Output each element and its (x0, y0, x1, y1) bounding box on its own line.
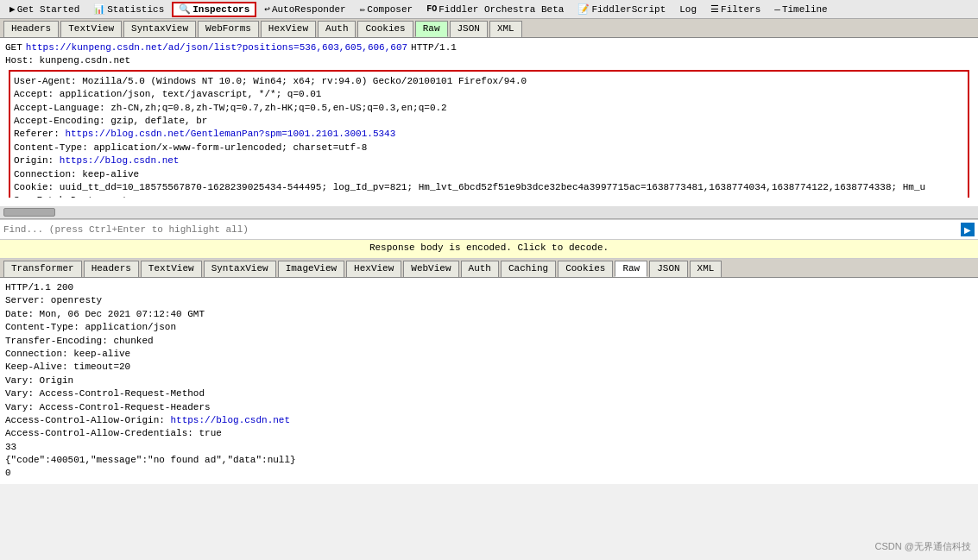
request-method: GET (5, 41, 22, 54)
tab-resp-auth[interactable]: Auth (461, 261, 499, 277)
resp-body-line2: {"code":400501,"message":"no found ad","… (5, 454, 973, 467)
find-bar: ▶ (0, 219, 978, 240)
tab-headers[interactable]: Headers (3, 21, 59, 37)
resp-header-transfer-encoding: Transfer-Encoding: chunked (5, 335, 973, 348)
request-headers-box: User-Agent: Mozilla/5.0 (Windows NT 10.0… (9, 70, 969, 198)
main-toolbar: ▶ Get Started 📊 Statistics 🔍 Inspectors … (0, 0, 978, 19)
response-panel: HTTP/1.1 200 Server: openresty Date: Mon… (0, 278, 978, 484)
header-origin: Origin: https://blog.csdn.net (14, 154, 964, 167)
autoresponder-icon: ↩ (264, 3, 270, 15)
timeline-icon: — (774, 4, 780, 15)
find-button[interactable]: ▶ (961, 223, 975, 236)
header-accept-language: Accept-Language: zh-CN,zh;q=0.8,zh-TW;q=… (14, 102, 964, 115)
request-tab-bar: Headers TextView SyntaxView WebForms Hex… (0, 19, 978, 38)
header-referer: Referer: https://blog.csdn.net/Gentleman… (14, 128, 964, 141)
resp-header-date: Date: Mon, 06 Dec 2021 07:12:40 GMT (5, 308, 973, 321)
tab-resp-cookies[interactable]: Cookies (558, 261, 613, 277)
referer-url[interactable]: https://blog.csdn.net/GentlemanPan?spm=1… (65, 129, 395, 139)
get-started-icon: ▶ (9, 3, 16, 15)
toolbar-timeline[interactable]: — Timeline (768, 2, 833, 17)
toolbar-composer[interactable]: ✏ Composer (354, 2, 419, 17)
tab-resp-transformer[interactable]: Transformer (3, 261, 82, 277)
header-cookie: Cookie: uuid_tt_dd=10_18575567870-162823… (14, 181, 964, 194)
tab-resp-webview[interactable]: WebView (403, 261, 458, 277)
header-sec-fetch-dest: Sec-Fetch-Dest: empty (14, 194, 964, 198)
request-url-line: GET https://kunpeng.csdn.net/ad/json/lis… (5, 41, 973, 54)
tab-resp-caching[interactable]: Caching (501, 261, 556, 277)
tab-resp-headers[interactable]: Headers (84, 261, 139, 277)
resp-header-access-control-allow-credentials: Access-Control-Allow-Credentials: true (5, 427, 973, 440)
response-tab-bar: Transformer Headers TextView SyntaxView … (0, 259, 978, 278)
resp-header-vary-headers: Vary: Access-Control-Request-Headers (5, 401, 973, 414)
tab-auth[interactable]: Auth (318, 21, 356, 37)
request-host: Host: kunpeng.csdn.net (5, 54, 973, 67)
toolbar-inspectors[interactable]: 🔍 Inspectors (172, 2, 256, 17)
request-panel: GET https://kunpeng.csdn.net/ad/json/lis… (0, 38, 978, 219)
response-content: HTTP/1.1 200 Server: openresty Date: Mon… (0, 278, 978, 484)
resp-body-line1: 33 (5, 441, 973, 454)
tab-resp-xml[interactable]: XML (690, 261, 722, 277)
toolbar-get-started[interactable]: ▶ Get Started (3, 2, 85, 17)
filters-icon: ☰ (710, 3, 719, 15)
tab-resp-textview[interactable]: TextView (141, 261, 202, 277)
tab-hexview[interactable]: HexView (261, 21, 316, 37)
toolbar-fiddlerscript[interactable]: 📝 FiddlerScript (571, 2, 672, 17)
resp-header-access-control-allow-origin: Access-Control-Allow-Origin: https://blo… (5, 414, 973, 427)
resp-header-connection: Connection: keep-alive (5, 348, 973, 361)
tab-webforms[interactable]: WebForms (198, 21, 259, 37)
toolbar-autoresponder[interactable]: ↩ AutoResponder (258, 2, 351, 17)
resp-header-vary-origin: Vary: Origin (5, 374, 973, 387)
statistics-icon: 📊 (93, 3, 105, 15)
tab-textview[interactable]: TextView (60, 21, 122, 37)
header-accept: Accept: application/json, text/javascrip… (14, 88, 964, 101)
request-content: GET https://kunpeng.csdn.net/ad/json/lis… (0, 38, 978, 198)
watermark: CSDN @无界通信科技 (875, 540, 971, 553)
resp-header-server: Server: openresty (5, 294, 973, 307)
tab-raw[interactable]: Raw (415, 21, 448, 37)
decode-bar[interactable]: Response body is encoded. Click to decod… (0, 240, 978, 259)
toolbar-filters[interactable]: ☰ Filters (704, 2, 767, 17)
fiddlerscript-icon: 📝 (577, 3, 590, 15)
response-status-line: HTTP/1.1 200 (5, 281, 973, 294)
header-user-agent: User-Agent: Mozilla/5.0 (Windows NT 10.0… (14, 75, 964, 88)
composer-icon: ✏ (360, 3, 366, 15)
inspectors-icon: 🔍 (179, 3, 191, 15)
tab-resp-json[interactable]: JSON (649, 261, 687, 277)
tab-resp-syntaxview[interactable]: SyntaxView (204, 261, 276, 277)
tab-resp-hexview[interactable]: HexView (346, 261, 401, 277)
tab-cookies[interactable]: Cookies (357, 21, 413, 37)
tab-syntaxview[interactable]: SyntaxView (123, 21, 196, 37)
resp-access-control-url[interactable]: https://blog.csdn.net (170, 415, 290, 425)
resp-body-line3: 0 (5, 467, 973, 480)
toolbar-fiddler-orchestra[interactable]: FO Fiddler Orchestra Beta (420, 2, 570, 17)
request-url[interactable]: https://kunpeng.csdn.net/ad/json/list?po… (26, 41, 407, 54)
resp-header-content-type: Content-Type: application/json (5, 321, 973, 334)
header-connection: Connection: keep-alive (14, 168, 964, 181)
tab-json[interactable]: JSON (450, 21, 488, 37)
request-horizontal-scrollbar[interactable] (0, 206, 978, 218)
scrollbar-thumb[interactable] (3, 208, 55, 217)
header-accept-encoding: Accept-Encoding: gzip, deflate, br (14, 115, 964, 128)
origin-url[interactable]: https://blog.csdn.net (60, 155, 180, 166)
resp-header-keep-alive: Keep-Alive: timeout=20 (5, 361, 973, 374)
fiddler-orchestra-icon: FO (426, 4, 437, 14)
find-input[interactable] (3, 224, 961, 235)
tab-xml[interactable]: XML (489, 21, 522, 37)
toolbar-log[interactable]: Log (673, 2, 703, 17)
tab-resp-imageview[interactable]: ImageView (278, 261, 344, 277)
header-content-type: Content-Type: application/x-www-form-url… (14, 142, 964, 154)
toolbar-statistics[interactable]: 📊 Statistics (87, 2, 170, 17)
request-protocol: HTTP/1.1 (411, 41, 457, 54)
tab-resp-raw[interactable]: Raw (615, 261, 647, 277)
resp-header-vary-method: Vary: Access-Control-Request-Method (5, 387, 973, 400)
